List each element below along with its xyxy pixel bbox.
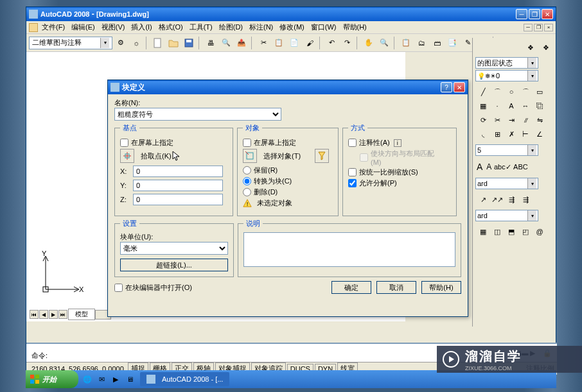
pline-icon[interactable]: ⌒ (491, 85, 504, 98)
menu-draw[interactable]: 绘图(D) (216, 21, 245, 33)
delete-radio[interactable] (243, 188, 251, 196)
menu-format[interactable]: 格式(O) (156, 21, 186, 33)
redo-icon[interactable]: ↷ (340, 36, 354, 50)
task-autocad[interactable]: AutoCAD 2008 - [... (140, 372, 229, 386)
model-tab[interactable]: 模型 (68, 309, 95, 320)
point-icon[interactable]: · (491, 99, 504, 112)
select-objects-button[interactable] (243, 149, 257, 163)
dim-ang-icon[interactable]: ∠ (533, 128, 546, 141)
find-icon[interactable]: ABC (513, 160, 527, 174)
name-combo[interactable]: 粗糙度符号 (114, 108, 281, 121)
trim-icon[interactable]: ✂ (491, 114, 504, 126)
mtext-icon[interactable]: A (477, 162, 482, 172)
y-input[interactable] (133, 180, 223, 191)
explode-check[interactable] (348, 179, 357, 187)
menu-help[interactable]: 帮助(H) (340, 21, 369, 33)
arc-icon[interactable]: ⌒ (519, 85, 532, 98)
menu-view[interactable]: 视图(V) (99, 21, 128, 33)
rotate-icon[interactable]: ⟳ (477, 114, 489, 126)
obj-onscreen-check[interactable] (243, 139, 251, 147)
ql-desktop-icon[interactable]: 🖥 (125, 374, 135, 384)
workspace-combo[interactable]: 二维草图与注释▾ (29, 37, 112, 49)
dim-style-combo[interactable]: 5▾ (475, 144, 538, 156)
text-icon[interactable]: A (505, 99, 518, 112)
tab-prev[interactable]: ◀ (39, 310, 48, 319)
menu-file[interactable]: 文件(F) (39, 21, 67, 33)
z-input[interactable] (133, 194, 223, 205)
spell-icon[interactable]: abc✓ (495, 160, 509, 174)
props-icon[interactable]: 📋 (399, 36, 413, 50)
block-icon[interactable]: ◫ (491, 225, 504, 238)
unit-combo[interactable]: 毫米 (120, 242, 228, 255)
zoom-icon[interactable]: 🔍 (377, 36, 391, 50)
tab-next[interactable]: ▶ (49, 310, 58, 319)
mlb-icon[interactable]: ⇶ (519, 193, 532, 206)
fillet-icon[interactable]: ◟ (477, 128, 489, 141)
table-icon[interactable]: ▦ (477, 225, 489, 238)
retain-radio[interactable] (243, 166, 251, 175)
mdi-restore[interactable]: ❐ (534, 24, 543, 31)
convert-radio[interactable] (243, 177, 251, 185)
menu-dimension[interactable]: 标注(N) (247, 21, 276, 33)
sun-icon[interactable]: ☼ (129, 36, 143, 50)
ql-media-icon[interactable]: ▶ (110, 374, 121, 384)
array-icon[interactable]: ⊞ (491, 128, 504, 141)
mleader-style-combo[interactable]: ard▾ (475, 210, 538, 221)
start-button[interactable]: 开始 (26, 370, 78, 388)
xref-icon[interactable]: ◰ (519, 225, 532, 238)
text-style-combo[interactable]: ard▾ (475, 178, 538, 189)
tpalette-icon[interactable]: 🗃 (430, 36, 444, 50)
ok-button[interactable]: 确定 (331, 281, 371, 294)
hatch-icon[interactable]: ▦ (477, 99, 489, 112)
attr-icon[interactable]: @ (533, 225, 546, 238)
extend-icon[interactable]: ⇥ (505, 114, 518, 126)
pick-point-button[interactable] (120, 149, 134, 163)
gear-icon[interactable]: ⚙ (114, 36, 128, 50)
menu-tools[interactable]: 工具(T) (187, 21, 215, 33)
open-editor-check[interactable] (114, 284, 123, 292)
rect-icon[interactable]: ▭ (533, 85, 546, 98)
mdi-minimize[interactable]: ─ (524, 24, 533, 31)
menu-edit[interactable]: 编辑(E) (69, 21, 98, 33)
mdi-close[interactable]: × (544, 24, 553, 31)
sheet-icon[interactable]: 📑 (445, 36, 459, 50)
mla-icon[interactable]: ⇶ (505, 193, 518, 206)
restore-button[interactable]: ❐ (529, 9, 540, 19)
leader-icon[interactable]: ↗ (477, 193, 489, 206)
copy-icon2[interactable]: ⿻ (533, 99, 546, 112)
layer-new-icon[interactable]: ❖ (524, 40, 538, 55)
publish-icon[interactable]: 📤 (234, 36, 249, 50)
close-button[interactable]: ✕ (542, 9, 553, 19)
dim-linear-icon[interactable]: ⊢ (519, 128, 532, 141)
help-button[interactable]: 帮助(H) (421, 281, 461, 294)
mirror-icon[interactable]: ⇋ (533, 114, 546, 126)
dialog-help-button[interactable]: ? (441, 82, 452, 92)
circle-icon[interactable]: ○ (505, 85, 518, 98)
annotative-check[interactable] (348, 139, 357, 147)
offset-icon[interactable]: ⫽ (519, 114, 532, 126)
undo-icon[interactable]: ↶ (324, 36, 339, 50)
ql-ie-icon[interactable]: 🌐 (82, 374, 93, 384)
base-onscreen-check[interactable] (120, 139, 128, 147)
insert-icon[interactable]: ⬒ (505, 225, 518, 238)
copy-icon[interactable]: 📋 (272, 36, 286, 50)
menu-window[interactable]: 窗口(W) (308, 21, 339, 33)
preview-icon[interactable]: 🔍 (219, 36, 233, 50)
x-input[interactable] (133, 166, 223, 177)
match-icon[interactable]: 🖌 (303, 36, 317, 50)
dtext-icon[interactable]: A (486, 162, 491, 171)
info-icon[interactable]: i (394, 139, 401, 147)
scale-check[interactable] (348, 168, 357, 176)
layer-combo[interactable]: 💡❄☀ 0▾ (475, 70, 538, 81)
menu-modify[interactable]: 修改(M) (277, 21, 307, 33)
line-icon[interactable]: ╱ (477, 85, 489, 98)
move-icon[interactable]: ↔ (519, 99, 532, 112)
cut-icon[interactable]: ✂ (256, 36, 270, 50)
open-icon[interactable] (166, 36, 181, 50)
cancel-button[interactable]: 取消 (376, 281, 416, 294)
print-icon[interactable]: 🖶 (204, 36, 218, 50)
layer-states-icon[interactable]: ❖ (539, 40, 553, 55)
minimize-button[interactable]: ─ (516, 9, 527, 19)
ql-mail-icon[interactable]: ✉ (96, 374, 107, 384)
description-textarea[interactable] (243, 232, 455, 267)
